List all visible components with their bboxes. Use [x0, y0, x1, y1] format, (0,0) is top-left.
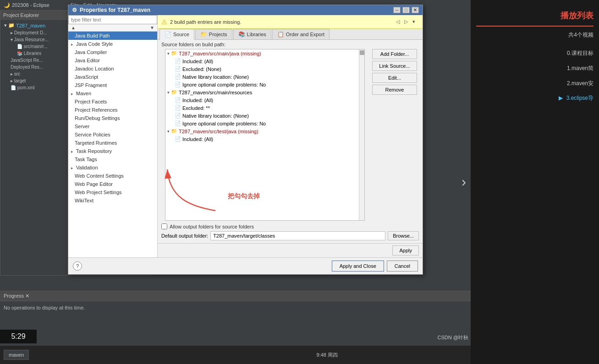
video-item-0[interactable]: 0.课程目标 [476, 46, 594, 61]
sidebar-item-targeted-runtimes[interactable]: Targeted Runtimes [68, 139, 157, 147]
tab-projects[interactable]: 📁 Projects [195, 29, 232, 39]
video-label-2: 2.maven安 [567, 80, 594, 87]
dialog-title-icon: ⚙ [72, 7, 77, 13]
sidebar-item-run-debug[interactable]: Run/Debug Settings [68, 114, 157, 122]
order-tab-label: Order and Export [286, 32, 324, 37]
allow-output-row: Allow output folders for source folders [161, 223, 419, 229]
video-panel: 播放列表 共4个视频 0.课程目标 1.maven简 2.maven安 ▶ 3.… [471, 0, 599, 364]
apply-button[interactable]: Apply [392, 245, 419, 255]
tree-label-ignore-2: Ignore optional compile problems: No [182, 121, 266, 126]
tree-row-included-2[interactable]: 📄 Included: (All) [165, 96, 359, 104]
scrollbar-thumb[interactable] [360, 50, 364, 55]
tree-row-excluded-1[interactable]: 📄 Excluded: (None) [165, 65, 359, 73]
close-button[interactable]: ✕ [412, 7, 419, 13]
tree-row-srcmainresources[interactable]: ▾ 📁 T287_maven/src/main/resources [165, 88, 359, 96]
project-name: T287_maven [16, 23, 45, 28]
allow-output-label[interactable]: Allow output folders for source folders [170, 224, 254, 229]
sidebar-item-wikitext[interactable]: WikiText [68, 196, 157, 205]
tree-arrow-2: ▾ [167, 90, 170, 95]
taskbar-time: 9:48 周四 [317, 352, 338, 359]
next-button[interactable]: ▷ [402, 18, 410, 26]
tree-row-excluded-2[interactable]: 📄 Excluded: ** [165, 104, 359, 112]
sidebar-item-java-editor[interactable]: Java Editor [68, 56, 157, 65]
tree-scrollbar[interactable] [359, 49, 364, 220]
sidebar-item-web-project[interactable]: Web Project Settings [68, 188, 157, 196]
tree-row-srcmainjava[interactable]: ▾ 📁 T287_maven/src/main/java (missing) [165, 49, 359, 57]
sidebar-item-server[interactable]: Server [68, 122, 157, 130]
sidebar-scroll-area: Java Build Path ▸ Java Code Style Java C… [68, 32, 157, 257]
order-tab-icon: 📋 [277, 31, 284, 38]
sidebar-item-web-page-editor[interactable]: Web Page Editor [68, 180, 157, 188]
sidebar-item-web-content[interactable]: Web Content Settings [68, 172, 157, 180]
maximize-button[interactable]: □ [402, 7, 410, 13]
source-tree: ▾ 📁 T287_maven/src/main/java (missing) 📄… [165, 49, 359, 220]
sidebar-item-maven[interactable]: ▸ Maven [68, 89, 157, 98]
allow-output-checkbox[interactable] [161, 223, 167, 229]
tab-order-export[interactable]: 📋 Order and Export [272, 29, 330, 39]
sidebar-scroll-nav: ▲ ▼ [68, 24, 157, 32]
sidebar-item-java-build-path[interactable]: Java Build Path [68, 32, 157, 40]
libraries-tab-icon: 📚 [238, 31, 245, 38]
tree-label-included-1: Included: (All) [182, 59, 213, 64]
tree-label-excluded-1: Excluded: (None) [182, 66, 221, 72]
file-icon-1: 📄 [175, 58, 181, 64]
help-button[interactable]: ? [73, 261, 82, 271]
libraries-label: 📚 Libraries [17, 51, 41, 56]
prev-button[interactable]: ◁ [394, 18, 401, 26]
tree-row-ignore-2[interactable]: 📄 Ignore optional compile problems: No [165, 120, 359, 127]
sidebar-item-java-code-style[interactable]: ▸ Java Code Style [68, 40, 157, 48]
tree-label-included-2: Included: (All) [182, 98, 213, 103]
video-label-0: 0.课程目标 [567, 50, 594, 56]
taskbar-item-maven[interactable]: maven [4, 350, 29, 360]
sidebar-item-jsp-fragment[interactable]: JSP Fragment [68, 81, 157, 89]
video-item-2[interactable]: 2.maven安 [476, 76, 594, 91]
sidebar-item-javadoc[interactable]: Javadoc Location [68, 65, 157, 73]
sidebar-item-validation[interactable]: ▸ Validation [68, 163, 157, 172]
file-icon-2: 📄 [175, 66, 181, 72]
tree-row-srctestjava[interactable]: ▾ 📁 T287_maven/src/test/java (missing) [165, 127, 359, 135]
more-button[interactable]: ▾ [411, 18, 417, 26]
video-item-1[interactable]: 1.maven简 [476, 61, 594, 76]
tree-row-native-2[interactable]: 📄 Native library location: (None) [165, 112, 359, 120]
tree-row-native-1[interactable]: 📄 Native library location: (None) [165, 73, 359, 81]
javaresource-label: ▾ Java Resource... [11, 37, 49, 42]
bottom-panel: Progress ✕ No operations to display at t… [0, 291, 471, 346]
edit-button[interactable]: Edit... [372, 73, 417, 83]
filter-input[interactable] [68, 15, 157, 24]
video-item-3[interactable]: ▶ 3.eclipse导 [476, 91, 594, 106]
ide-title-text: 202308 - Eclipse [12, 2, 49, 8]
minimize-button[interactable]: ─ [393, 7, 401, 13]
sidebar-item-java-compiler[interactable]: Java Compiler [68, 48, 157, 56]
sidebar-item-task-tags[interactable]: Task Tags [68, 155, 157, 163]
tab-source[interactable]: 📄 Source [159, 29, 194, 40]
output-folder-input[interactable] [210, 231, 385, 240]
bottom-panel-header: Progress ✕ [0, 291, 471, 301]
sidebar-item-task-repository[interactable]: ▸ Task Repository [68, 147, 157, 155]
sidebar-item-project-references[interactable]: Project References [68, 106, 157, 114]
sidebar-item-javascript[interactable]: JavaScript [68, 73, 157, 81]
link-source-button[interactable]: Link Source... [372, 61, 417, 71]
sidebar-item-service-policies[interactable]: Service Policies [68, 130, 157, 139]
sidebar-item-project-facets[interactable]: Project Facets [68, 98, 157, 106]
projects-tab-label: Projects [209, 32, 227, 37]
dialog-titlebar-buttons[interactable]: ─ □ ✕ [393, 7, 419, 13]
dialog-title-text: Properties for T287_maven [80, 7, 150, 13]
nav-arrow[interactable]: › [462, 174, 466, 190]
tree-row-included-1[interactable]: 📄 Included: (All) [165, 57, 359, 65]
tab-libraries[interactable]: 📚 Libraries [233, 29, 271, 39]
remove-button[interactable]: Remove [372, 85, 417, 95]
dialog-main-content: ⚠ 2 build path entries are missing. ◁ ▷ … [158, 15, 423, 257]
file-icon-3: 📄 [175, 74, 181, 80]
browse-button[interactable]: Browse... [388, 231, 419, 240]
scroll-down-button[interactable]: ▼ [148, 25, 156, 31]
scroll-up-button[interactable]: ▲ [70, 25, 77, 31]
ide-titlebar: 🌙 202308 - Eclipse [0, 0, 69, 10]
apply-close-button[interactable]: Apply and Close [332, 261, 384, 272]
warning-text: 2 build path entries are missing. [170, 19, 241, 25]
file-icon-5: 📄 [175, 97, 181, 103]
tree-label-native-2: Native library location: (None) [182, 113, 249, 119]
tree-row-ignore-1[interactable]: 📄 Ignore optional compile problems: No [165, 81, 359, 88]
add-folder-button[interactable]: Add Folder... [372, 49, 417, 59]
cancel-button[interactable]: Cancel [387, 261, 418, 272]
tree-row-included-3[interactable]: 📄 Included: (All) [165, 135, 359, 143]
